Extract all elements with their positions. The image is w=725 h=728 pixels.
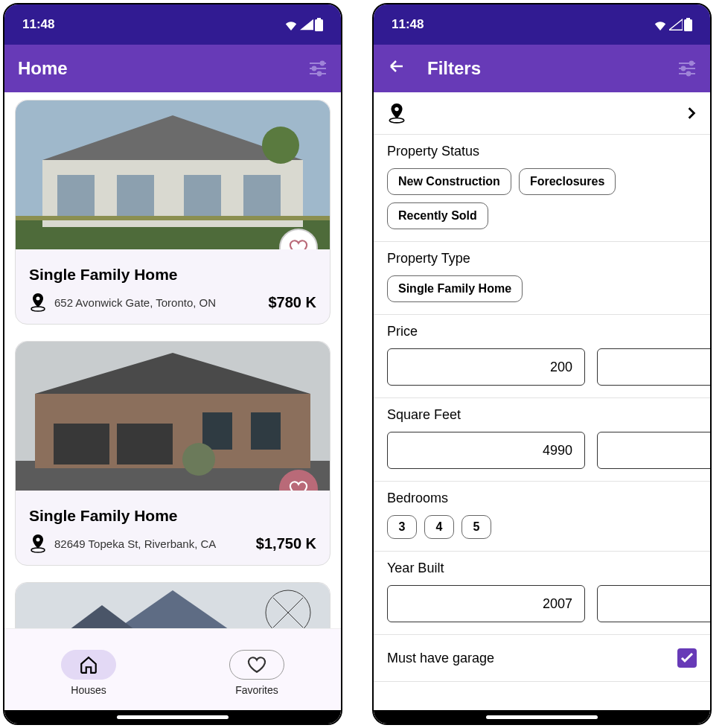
svg-rect-26 [202,412,232,450]
chip-single-family-home[interactable]: Single Family Home [387,275,523,302]
svg-rect-0 [315,19,323,31]
svg-point-44 [687,72,691,76]
heart-icon [289,239,308,249]
garage-toggle-row[interactable]: Must have garage [374,635,710,682]
status-icons [653,18,692,31]
svg-point-46 [395,107,398,111]
phone-filters-screen: 11:48 Filters Property Status New Constr… [372,3,712,725]
status-bar: 11:48 [4,4,341,45]
section-bedrooms: Bedrooms 3 4 5 [374,482,710,552]
chevron-right-icon [686,106,697,120]
listing-price: $1,750 K [256,535,316,552]
filter-icon[interactable] [308,60,328,77]
app-bar: Filters [374,45,710,92]
section-title: Price [387,324,697,339]
nav-favorites[interactable]: Favorites [229,650,284,696]
clock: 11:48 [392,17,424,32]
section-square-feet: Square Feet [374,398,710,482]
section-title: Property Type [387,251,697,266]
chip-bedrooms-3[interactable]: 3 [387,515,417,539]
chip-bedrooms-4[interactable]: 4 [424,515,454,539]
listing-card[interactable]: Single Family Home 82649 Topeka St, Rive… [15,341,330,566]
section-title: Square Feet [387,407,697,423]
chip-foreclosures[interactable]: Foreclosures [519,168,616,195]
battery-icon [684,18,692,31]
chip-recently-sold[interactable]: Recently Sold [387,202,488,229]
section-title: Property Status [387,144,697,159]
listing-body: Single Family Home 82649 Topeka St, Rive… [16,491,330,565]
sqft-min-input[interactable] [387,432,585,469]
garage-checkbox[interactable] [677,648,697,668]
svg-rect-27 [251,412,281,450]
svg-point-28 [182,443,215,476]
svg-point-17 [262,127,299,164]
chip-new-construction[interactable]: New Construction [387,168,511,195]
section-property-status: Property Status New Construction Foreclo… [374,135,710,242]
home-indicator[interactable] [4,710,341,724]
svg-rect-14 [184,175,221,216]
section-title: Year Built [387,561,697,576]
svg-point-40 [690,62,694,66]
app-bar: Home [4,45,341,92]
listing-address: 82649 Topeka St, Riverbank, CA [54,537,249,550]
listing-body: Single Family Home 652 Avonwick Gate, To… [16,249,330,324]
listing-title: Single Family Home [29,266,316,284]
listing-image [16,342,330,491]
page-title: Filters [427,58,677,79]
nav-favorites-label: Favorites [229,684,284,696]
clock: 11:48 [22,17,54,32]
location-pin-icon [29,293,47,312]
svg-point-5 [313,67,316,71]
house-icon [79,655,98,674]
battery-icon [315,18,323,31]
wifi-icon [284,19,298,31]
svg-point-3 [321,62,325,66]
svg-rect-16 [16,216,330,220]
back-button[interactable] [387,57,406,80]
bottom-nav: Houses Favorites [4,628,341,710]
svg-rect-15 [243,175,281,216]
year-min-input[interactable] [387,585,585,622]
listings-content: Single Family Home 652 Avonwick Gate, To… [4,92,341,724]
listing-image [16,100,330,249]
section-title: Bedrooms [387,491,697,506]
price-max-input[interactable] [597,348,710,386]
listing-price: $780 K [269,294,317,311]
price-min-input[interactable] [387,348,585,386]
listing-card[interactable]: Single Family Home 652 Avonwick Gate, To… [15,100,330,325]
svg-rect-38 [686,18,690,19]
section-year-built: Year Built [374,552,710,635]
svg-point-42 [682,67,686,71]
check-icon [680,652,694,664]
heart-icon [289,480,308,491]
wifi-icon [653,19,668,31]
status-bar: 11:48 [374,4,710,45]
signal-icon [300,19,313,31]
svg-point-30 [36,538,40,542]
status-icons [284,18,323,31]
home-indicator[interactable] [374,710,710,724]
nav-houses[interactable]: Houses [61,650,116,696]
listing-address: 652 Avonwick Gate, Toronto, ON [54,296,261,309]
nav-houses-label: Houses [61,684,116,696]
location-pin-icon [29,534,47,553]
section-property-type: Property Type Single Family Home [374,242,710,315]
phone-home-screen: 11:48 Home [3,3,342,725]
filters-content[interactable]: Property Status New Construction Foreclo… [374,92,710,724]
arrow-left-icon [387,57,406,75]
filter-icon[interactable] [677,60,697,77]
location-filter-row[interactable] [374,92,710,135]
year-max-input[interactable] [597,585,710,622]
svg-rect-37 [684,19,692,31]
svg-rect-13 [117,175,154,216]
svg-point-19 [36,297,40,301]
sqft-max-input[interactable] [597,432,710,469]
svg-rect-1 [317,18,321,19]
svg-rect-24 [54,424,109,464]
garage-label: Must have garage [387,651,494,666]
section-price: Price [374,315,710,398]
page-title: Home [18,58,308,79]
svg-point-7 [318,72,322,76]
location-pin-icon [387,103,406,124]
chip-bedrooms-5[interactable]: 5 [461,515,491,539]
